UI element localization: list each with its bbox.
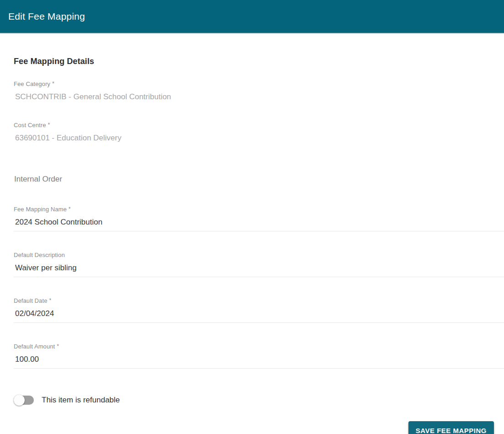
required-marker: * bbox=[69, 206, 71, 212]
default-amount-input[interactable] bbox=[14, 354, 504, 369]
toggle-knob-icon bbox=[14, 395, 25, 406]
internal-order-placeholder[interactable]: Internal Order bbox=[14, 174, 504, 185]
fee-category-value: SCHCONTRIB - General School Contribution bbox=[14, 91, 504, 102]
cost-centre-label: Cost Centre* bbox=[14, 122, 504, 129]
field-fee-mapping-name: Fee Mapping Name* bbox=[14, 206, 504, 231]
dialog-header: Edit Fee Mapping bbox=[0, 0, 504, 34]
field-fee-category: Fee Category* SCHCONTRIB - General Schoo… bbox=[14, 80, 504, 102]
cost-centre-label-text: Cost Centre bbox=[14, 122, 46, 129]
default-date-input[interactable] bbox=[14, 308, 504, 323]
required-marker: * bbox=[52, 80, 54, 87]
field-internal-order[interactable]: Internal Order bbox=[14, 174, 504, 185]
default-description-input[interactable] bbox=[14, 263, 504, 277]
fee-category-label-text: Fee Category bbox=[14, 80, 50, 87]
fee-mapping-name-label: Fee Mapping Name* bbox=[14, 206, 504, 213]
field-default-date: Default Date* bbox=[14, 297, 504, 323]
edit-fee-mapping-dialog: Edit Fee Mapping Fee Mapping Details Fee… bbox=[0, 0, 504, 434]
default-amount-label: Default Amount* bbox=[14, 343, 504, 350]
refundable-toggle-label: This item is refundable bbox=[42, 396, 120, 405]
refundable-toggle[interactable] bbox=[14, 395, 34, 406]
field-default-amount: Default Amount* bbox=[14, 343, 504, 369]
default-date-label-text: Default Date bbox=[14, 297, 47, 304]
section-title: Fee Mapping Details bbox=[14, 56, 504, 67]
required-marker: * bbox=[57, 343, 59, 349]
field-default-description: Default Description bbox=[14, 252, 504, 277]
default-amount-label-text: Default Amount bbox=[14, 343, 55, 350]
cost-centre-value: 63690101 - Education Delivery bbox=[14, 133, 504, 144]
required-marker: * bbox=[48, 122, 50, 128]
dialog-title: Edit Fee Mapping bbox=[8, 11, 85, 22]
default-description-label-text: Default Description bbox=[14, 252, 65, 258]
required-marker: * bbox=[49, 297, 51, 304]
actions-row: SAVE FEE MAPPING bbox=[14, 421, 504, 434]
fee-category-label: Fee Category* bbox=[14, 80, 504, 88]
default-description-label: Default Description bbox=[14, 252, 504, 259]
save-fee-mapping-button[interactable]: SAVE FEE MAPPING bbox=[408, 421, 494, 434]
fee-mapping-name-input[interactable] bbox=[14, 217, 504, 231]
default-date-label: Default Date* bbox=[14, 297, 504, 305]
fee-mapping-form: Fee Mapping Details Fee Category* SCHCON… bbox=[0, 56, 504, 434]
fee-mapping-name-label-text: Fee Mapping Name bbox=[14, 206, 67, 213]
field-cost-centre: Cost Centre* 63690101 - Education Delive… bbox=[14, 122, 504, 144]
refundable-toggle-row: This item is refundable bbox=[14, 395, 504, 406]
